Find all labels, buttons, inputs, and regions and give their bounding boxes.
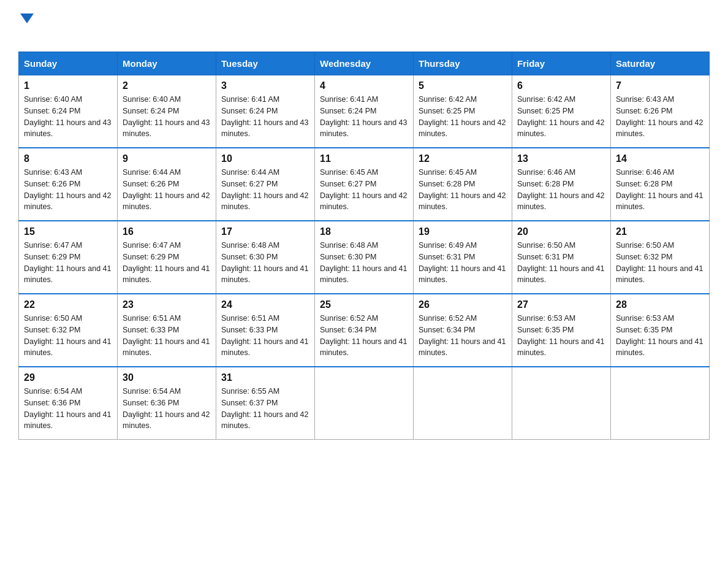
- day-number: 10: [221, 153, 309, 164]
- day-number: 13: [517, 153, 605, 164]
- day-info: Sunrise: 6:53 AMSunset: 6:35 PMDaylight:…: [517, 314, 604, 357]
- calendar-cell: 18 Sunrise: 6:48 AMSunset: 6:30 PMDaylig…: [315, 221, 414, 294]
- day-info: Sunrise: 6:54 AMSunset: 6:36 PMDaylight:…: [24, 387, 111, 430]
- day-number: 27: [517, 299, 605, 310]
- calendar-cell: 27 Sunrise: 6:53 AMSunset: 6:35 PMDaylig…: [512, 294, 611, 367]
- calendar-cell: 15 Sunrise: 6:47 AMSunset: 6:29 PMDaylig…: [19, 221, 118, 294]
- header-tuesday: Tuesday: [216, 52, 315, 75]
- day-number: 19: [419, 226, 507, 237]
- calendar-cell: 10 Sunrise: 6:44 AMSunset: 6:27 PMDaylig…: [216, 148, 315, 221]
- day-number: 20: [517, 226, 605, 237]
- day-info: Sunrise: 6:44 AMSunset: 6:27 PMDaylight:…: [221, 168, 308, 211]
- calendar-cell: [315, 367, 414, 440]
- day-number: 6: [517, 80, 605, 91]
- calendar-cell: 19 Sunrise: 6:49 AMSunset: 6:31 PMDaylig…: [414, 221, 512, 294]
- day-info: Sunrise: 6:45 AMSunset: 6:27 PMDaylight:…: [320, 168, 407, 211]
- day-number: 3: [221, 80, 309, 91]
- day-info: Sunrise: 6:44 AMSunset: 6:26 PMDaylight:…: [123, 168, 210, 211]
- calendar-cell: [611, 367, 710, 440]
- calendar-cell: 1 Sunrise: 6:40 AMSunset: 6:24 PMDayligh…: [19, 75, 118, 148]
- calendar-cell: 29 Sunrise: 6:54 AMSunset: 6:36 PMDaylig…: [19, 367, 118, 440]
- calendar-cell: 11 Sunrise: 6:45 AMSunset: 6:27 PMDaylig…: [315, 148, 414, 221]
- calendar-cell: 28 Sunrise: 6:53 AMSunset: 6:35 PMDaylig…: [611, 294, 710, 367]
- day-number: 7: [616, 80, 704, 91]
- day-number: 23: [123, 299, 211, 310]
- day-info: Sunrise: 6:48 AMSunset: 6:30 PMDaylight:…: [320, 241, 407, 284]
- day-number: 17: [221, 226, 309, 237]
- day-number: 26: [419, 299, 507, 310]
- calendar-cell: 16 Sunrise: 6:47 AMSunset: 6:29 PMDaylig…: [118, 221, 216, 294]
- day-info: Sunrise: 6:46 AMSunset: 6:28 PMDaylight:…: [517, 168, 604, 211]
- calendar-cell: 22 Sunrise: 6:50 AMSunset: 6:32 PMDaylig…: [19, 294, 118, 367]
- day-number: 16: [123, 226, 211, 237]
- day-info: Sunrise: 6:53 AMSunset: 6:35 PMDaylight:…: [616, 314, 703, 357]
- day-number: 11: [320, 153, 408, 164]
- day-number: 4: [320, 80, 408, 91]
- header-row: SundayMondayTuesdayWednesdayThursdayFrid…: [19, 52, 710, 75]
- week-row-3: 15 Sunrise: 6:47 AMSunset: 6:29 PMDaylig…: [19, 221, 710, 294]
- day-info: Sunrise: 6:43 AMSunset: 6:26 PMDaylight:…: [24, 168, 111, 211]
- day-number: 5: [419, 80, 507, 91]
- day-info: Sunrise: 6:50 AMSunset: 6:31 PMDaylight:…: [517, 241, 604, 284]
- day-info: Sunrise: 6:41 AMSunset: 6:24 PMDaylight:…: [221, 95, 308, 138]
- day-number: 31: [221, 372, 309, 383]
- day-info: Sunrise: 6:47 AMSunset: 6:29 PMDaylight:…: [123, 241, 210, 284]
- logo-blue-text: [18, 23, 20, 39]
- header-friday: Friday: [512, 52, 611, 75]
- day-number: 8: [24, 153, 112, 164]
- calendar-cell: 30 Sunrise: 6:54 AMSunset: 6:36 PMDaylig…: [118, 367, 216, 440]
- calendar-cell: 14 Sunrise: 6:46 AMSunset: 6:28 PMDaylig…: [611, 148, 710, 221]
- header-wednesday: Wednesday: [315, 52, 414, 75]
- logo-line1: [18, 12, 34, 23]
- calendar-cell: 24 Sunrise: 6:51 AMSunset: 6:33 PMDaylig…: [216, 294, 315, 367]
- calendar-cell: 31 Sunrise: 6:55 AMSunset: 6:37 PMDaylig…: [216, 367, 315, 440]
- day-number: 1: [24, 80, 112, 91]
- day-number: 30: [123, 372, 211, 383]
- day-info: Sunrise: 6:48 AMSunset: 6:30 PMDaylight:…: [221, 241, 308, 284]
- day-info: Sunrise: 6:51 AMSunset: 6:33 PMDaylight:…: [221, 314, 308, 357]
- calendar-cell: 2 Sunrise: 6:40 AMSunset: 6:24 PMDayligh…: [118, 75, 216, 148]
- day-number: 9: [123, 153, 211, 164]
- day-info: Sunrise: 6:55 AMSunset: 6:37 PMDaylight:…: [221, 387, 308, 430]
- day-info: Sunrise: 6:41 AMSunset: 6:24 PMDaylight:…: [320, 95, 407, 138]
- calendar-table: SundayMondayTuesdayWednesdayThursdayFrid…: [18, 52, 710, 440]
- calendar-cell: 12 Sunrise: 6:45 AMSunset: 6:28 PMDaylig…: [414, 148, 512, 221]
- day-number: 12: [419, 153, 507, 164]
- calendar-header: SundayMondayTuesdayWednesdayThursdayFrid…: [19, 52, 710, 75]
- calendar-cell: 26 Sunrise: 6:52 AMSunset: 6:34 PMDaylig…: [414, 294, 512, 367]
- day-info: Sunrise: 6:45 AMSunset: 6:28 PMDaylight:…: [419, 168, 506, 211]
- day-number: 29: [24, 372, 112, 383]
- day-number: 24: [221, 299, 309, 310]
- header-saturday: Saturday: [611, 52, 710, 75]
- calendar-cell: 9 Sunrise: 6:44 AMSunset: 6:26 PMDayligh…: [118, 148, 216, 221]
- day-number: 14: [616, 153, 704, 164]
- day-info: Sunrise: 6:52 AMSunset: 6:34 PMDaylight:…: [419, 314, 506, 357]
- page-header: [18, 12, 710, 39]
- day-number: 18: [320, 226, 408, 237]
- day-number: 21: [616, 226, 704, 237]
- calendar-cell: 23 Sunrise: 6:51 AMSunset: 6:33 PMDaylig…: [118, 294, 216, 367]
- week-row-1: 1 Sunrise: 6:40 AMSunset: 6:24 PMDayligh…: [19, 75, 710, 148]
- calendar-cell: 4 Sunrise: 6:41 AMSunset: 6:24 PMDayligh…: [315, 75, 414, 148]
- day-info: Sunrise: 6:43 AMSunset: 6:26 PMDaylight:…: [616, 95, 703, 138]
- day-number: 25: [320, 299, 408, 310]
- logo-arrow-icon: [20, 13, 34, 23]
- day-number: 22: [24, 299, 112, 310]
- calendar-cell: 8 Sunrise: 6:43 AMSunset: 6:26 PMDayligh…: [19, 148, 118, 221]
- calendar-cell: 20 Sunrise: 6:50 AMSunset: 6:31 PMDaylig…: [512, 221, 611, 294]
- day-info: Sunrise: 6:49 AMSunset: 6:31 PMDaylight:…: [419, 241, 506, 284]
- calendar-cell: 6 Sunrise: 6:42 AMSunset: 6:25 PMDayligh…: [512, 75, 611, 148]
- week-row-4: 22 Sunrise: 6:50 AMSunset: 6:32 PMDaylig…: [19, 294, 710, 367]
- day-info: Sunrise: 6:50 AMSunset: 6:32 PMDaylight:…: [24, 314, 111, 357]
- day-info: Sunrise: 6:40 AMSunset: 6:24 PMDaylight:…: [24, 95, 111, 138]
- day-info: Sunrise: 6:46 AMSunset: 6:28 PMDaylight:…: [616, 168, 703, 211]
- day-number: 28: [616, 299, 704, 310]
- calendar-cell: 25 Sunrise: 6:52 AMSunset: 6:34 PMDaylig…: [315, 294, 414, 367]
- calendar-cell: 17 Sunrise: 6:48 AMSunset: 6:30 PMDaylig…: [216, 221, 315, 294]
- logo: [18, 12, 34, 39]
- header-thursday: Thursday: [414, 52, 512, 75]
- day-number: 15: [24, 226, 112, 237]
- day-info: Sunrise: 6:54 AMSunset: 6:36 PMDaylight:…: [123, 387, 210, 430]
- day-info: Sunrise: 6:51 AMSunset: 6:33 PMDaylight:…: [123, 314, 210, 357]
- svg-marker-0: [20, 13, 34, 23]
